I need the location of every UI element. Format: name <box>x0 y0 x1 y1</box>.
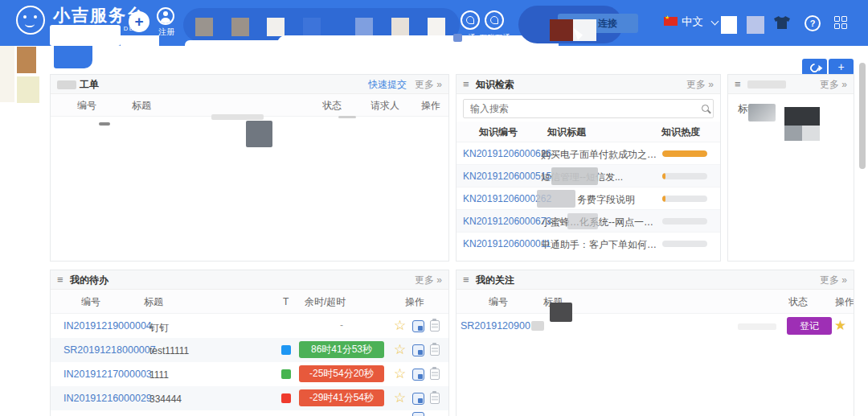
refresh-button[interactable] <box>802 59 827 76</box>
column-label: 状态 <box>322 98 342 112</box>
theme-tshirt-icon[interactable] <box>774 16 790 32</box>
redacted-region <box>550 19 573 41</box>
more-link[interactable]: 更多 » <box>820 270 847 290</box>
todo-id-link[interactable]: SR20191218000007 <box>63 344 156 356</box>
time-overdue-badge: -25时54分20秒 <box>299 365 384 382</box>
scrollbar-thumb[interactable] <box>859 63 866 169</box>
knowledge-search-input[interactable] <box>463 99 714 118</box>
follow-id-link[interactable]: SR2019120900 <box>461 320 530 332</box>
transfer-doc-icon[interactable] <box>412 412 424 416</box>
knowledge-id-link[interactable]: KN20191206000673 <box>463 216 551 227</box>
interconnect-icon[interactable] <box>485 10 504 30</box>
follow-row: SR2019120900 登记 <box>457 314 854 338</box>
quick-submit-link[interactable]: 快速提交 <box>368 75 407 94</box>
follows-column-header: 编号 标题 状态 操作 <box>457 290 854 314</box>
column-label: 编号 <box>81 294 100 308</box>
register-status-badge[interactable]: 登记 <box>787 317 832 335</box>
clipboard-icon[interactable] <box>430 320 440 332</box>
redacted-nav-icon <box>231 18 249 36</box>
interconnect-icon[interactable] <box>461 10 480 30</box>
knowledge-row: KN20191206000673 小蜜蜂…化系统--网点一二派... <box>457 210 720 233</box>
redacted-region <box>121 35 159 46</box>
status-square <box>281 393 291 403</box>
todo-title: 1111 <box>149 369 169 381</box>
transfer-doc-icon[interactable] <box>412 344 424 356</box>
favorite-star-icon[interactable] <box>394 365 406 382</box>
panel-title: 我的待办 <box>70 274 108 286</box>
list-icon <box>463 75 469 94</box>
todos-panel: 我的待办 更多 » 编号 标题 T 余时/超时 操作 IN20191219000… <box>50 270 449 416</box>
help-icon[interactable] <box>805 15 821 31</box>
todo-row: IN20191217000003 1111 -25时54分20秒 <box>51 362 448 386</box>
todos-column-header: 编号 标题 T 余时/超时 操作 <box>51 290 448 314</box>
logo-mascot-icon <box>16 6 45 35</box>
transfer-doc-icon[interactable] <box>412 393 424 405</box>
heat-bar <box>662 196 707 202</box>
redacted-region <box>747 80 786 89</box>
redacted-region <box>211 114 264 120</box>
more-link[interactable]: 更多 » <box>820 75 847 94</box>
favorite-star-icon[interactable] <box>394 340 406 358</box>
search-icon[interactable] <box>702 105 709 112</box>
knowledge-title-link[interactable]: 购买电子面单付款成功之后面单没... <box>541 148 660 162</box>
time-overdue-badge: -29时41分54秒 <box>299 389 384 406</box>
todo-id-link[interactable]: IN20191217000003 <box>63 369 152 380</box>
column-label: 知识标题 <box>547 125 586 138</box>
language-selector[interactable]: 中文 <box>682 14 703 29</box>
todo-id-link[interactable]: IN20191219000004 <box>63 320 152 332</box>
column-label: 编号 <box>77 98 96 112</box>
redacted-nav-icon <box>747 16 764 34</box>
redacted-region <box>537 190 575 208</box>
nav-item-label[interactable]: 互联互通 <box>476 33 514 43</box>
clipboard-icon[interactable] <box>430 369 440 380</box>
redacted-region <box>277 35 559 46</box>
register-user-icon[interactable] <box>157 7 174 25</box>
knowledge-row: KN20191206000626 购买电子面单付款成功之后面单没... <box>457 142 720 165</box>
column-label: T <box>283 296 289 307</box>
redacted-region <box>531 321 544 331</box>
add-widget-button[interactable]: + <box>829 59 854 76</box>
redacted-region <box>99 122 110 126</box>
column-label: 标题 <box>144 294 163 308</box>
redacted-nav-icon <box>391 18 409 36</box>
register-label[interactable]: 注册 <box>154 27 178 38</box>
add-button[interactable] <box>129 11 149 32</box>
todo-row: IN20191219000004 钉钉 - <box>51 314 448 338</box>
clipboard-icon[interactable] <box>430 344 440 356</box>
redacted-image <box>802 126 820 141</box>
redacted-region <box>567 213 598 229</box>
knowledge-title-link[interactable]: 中通助手：客户下单如何实名？ <box>541 238 660 252</box>
tickets-panel: 工单 快速提交 更多 » 编号 标题 状态 请求人 操作 <box>50 74 449 262</box>
more-link[interactable]: 更多 » <box>686 75 714 94</box>
favorite-star-icon[interactable] <box>834 316 846 334</box>
todo-id-link[interactable]: IN20191216000029 <box>63 393 152 404</box>
knowledge-id-link[interactable]: KN20191206000011 <box>463 238 551 249</box>
redacted-nav-icon <box>721 16 737 34</box>
more-link[interactable]: 更多 » <box>415 75 442 94</box>
clipboard-icon[interactable] <box>430 393 440 404</box>
knowledge-row: KN20191206000011 中通助手：客户下单如何实名？ <box>457 233 720 255</box>
tickets-panel-header: 工单 快速提交 更多 » <box>51 75 448 94</box>
column-label: 操作 <box>421 98 440 112</box>
todo-title: 334444 <box>149 393 182 405</box>
knowledge-id-link[interactable]: KN20191206000626 <box>463 148 551 159</box>
column-label: 状态 <box>788 294 808 308</box>
knowledge-id-link[interactable]: KN20191206000515 <box>463 171 551 182</box>
redacted-region <box>551 167 598 185</box>
favorite-star-icon[interactable] <box>394 316 406 334</box>
heat-bar <box>662 150 707 157</box>
chevron-down-icon[interactable] <box>711 18 719 26</box>
more-link[interactable]: 更多 » <box>415 270 442 290</box>
knowledge-row: KN20191206000262 务费字段说明 <box>457 187 720 210</box>
knowledge-title-link[interactable]: 小蜜蜂…化系统--网点一二派... <box>541 216 660 229</box>
redacted-nav-icon <box>267 18 285 36</box>
apps-grid-icon[interactable] <box>834 16 848 30</box>
status-square <box>281 345 291 355</box>
todos-panel-header: 我的待办 更多 » <box>51 270 448 290</box>
transfer-doc-icon[interactable] <box>412 320 424 332</box>
service-desk-dashboard: { "header": { "logo_title": "小吉服务台", "lo… <box>0 0 868 416</box>
favorite-star-icon[interactable] <box>394 389 406 406</box>
transfer-doc-icon[interactable] <box>412 369 424 381</box>
heat-bar <box>662 173 707 179</box>
redacted-region <box>338 116 356 118</box>
